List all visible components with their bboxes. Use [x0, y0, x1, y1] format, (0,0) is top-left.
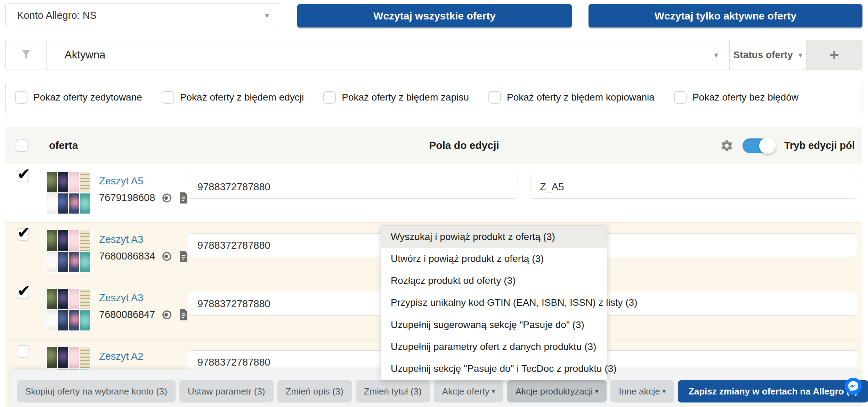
offer-title-link[interactable]: Zeszyt A3 [99, 234, 143, 245]
productization-actions-dropdown-button[interactable]: Akcje produktyzacji ▾ [507, 380, 607, 402]
menu-item-assign-gtin[interactable]: Przypisz unikalny kod GTIN (EAN, ISBN, I… [381, 292, 607, 314]
filter-show-edited[interactable]: Pokaż oferty zedytowane [15, 91, 142, 104]
document-icon[interactable] [179, 192, 188, 204]
eye-icon[interactable] [162, 310, 172, 320]
thumbnail-tile [80, 193, 90, 214]
thumbnail-tile [80, 347, 90, 368]
set-parameter-button[interactable]: Ustaw parametr (3) [179, 380, 274, 402]
other-actions-dropdown-button[interactable]: Inne akcje ▾ [610, 380, 674, 402]
thumbnail-tile [80, 172, 90, 192]
thumbnail-tile [58, 230, 68, 251]
field-edit-mode-label: Tryb edycji pól [784, 140, 855, 151]
filter-show-copy-errors[interactable]: Pokaż oferty z błędem kopiowania [488, 91, 655, 104]
filter-show-edit-errors[interactable]: Pokaż oferty z błędem edycji [162, 91, 304, 104]
menu-item-fill-parameters[interactable]: Uzupełnij parametry ofert z danych produ… [381, 336, 607, 358]
row-checkbox-checked[interactable]: ✔ [17, 228, 29, 241]
checkbox-label: Pokaż oferty z błędem zapisu [342, 92, 469, 103]
thumbnail-tile [69, 193, 79, 214]
thumbnail-tile [69, 230, 79, 251]
load-all-offers-button[interactable]: Wczytaj wszystkie oferty [297, 4, 572, 27]
offer-title-link[interactable]: Zeszyt A2 [99, 351, 143, 362]
funnel-icon [20, 49, 32, 61]
allegro-account-select[interactable]: Konto Allegro: NS ▾ [5, 3, 279, 27]
checkbox-label: Pokaż oferty zedytowane [33, 92, 142, 103]
table-row: ✔ Zeszyt A5 7679198608 [5, 164, 862, 223]
field-edit-mode-toggle[interactable] [743, 138, 775, 153]
messenger-icon [845, 378, 862, 395]
menu-item-fill-suggested-section[interactable]: Uzupełnij sugerowaną sekcję "Pasuje do" … [381, 314, 607, 336]
checkbox-label: Pokaż oferty z błędem kopiowania [507, 92, 655, 103]
offer-meta: 7679198608 [99, 192, 188, 204]
productization-actions-menu: Wyszukaj i powiąż produkt z ofertą (3) U… [381, 225, 607, 380]
eye-icon[interactable] [162, 193, 172, 203]
thumbnail-tile [58, 193, 68, 214]
save-changes-button[interactable]: Zapisz zmiany w ofertach na Allegro (3) [678, 380, 868, 402]
chevron-down-icon: ▾ [663, 388, 666, 394]
thumbnail-tile [69, 252, 79, 272]
thumbnail-tile [58, 310, 68, 331]
visibility-filters-bar: Pokaż oferty zedytowane Pokaż oferty z b… [5, 82, 862, 113]
checkbox-unchecked[interactable] [15, 91, 27, 104]
toolbar-buttons: Skopiuj oferty na wybrane konto (3) Usta… [17, 380, 868, 402]
menu-item-create-link-product[interactable]: Utwórz i powiąż produkt z ofertą (3) [381, 248, 607, 270]
checkbox-unchecked[interactable] [488, 91, 501, 104]
offer-title-link[interactable]: Zeszyt A3 [99, 292, 143, 304]
chevron-down-icon: ▾ [492, 388, 495, 394]
offer-meta: 7680086847 [99, 309, 188, 320]
thumbnail-tile [80, 230, 90, 251]
status-filter-value-select[interactable]: Aktywna ▾ [47, 40, 729, 70]
offer-column-header: oferta [49, 139, 78, 151]
chevron-down-icon: ▾ [595, 388, 598, 394]
checkbox-unchecked[interactable] [162, 91, 174, 104]
product-thumbnail[interactable] [46, 230, 91, 273]
thumbnail-tile [80, 252, 90, 272]
other-actions-label: Inne akcje [619, 386, 660, 397]
checkbox-unchecked[interactable] [323, 91, 336, 104]
thumbnail-tile [69, 310, 79, 331]
product-thumbnail[interactable] [46, 288, 91, 331]
gtin-input[interactable] [188, 175, 518, 199]
thumbnail-tile [47, 230, 57, 251]
code-input[interactable] [530, 175, 857, 199]
checkbox-label: Pokaż oferty z błędem edycji [180, 92, 304, 103]
document-icon[interactable] [179, 251, 188, 262]
filter-field-select[interactable]: Status oferty ▾ [729, 40, 806, 70]
change-title-button[interactable]: Zmień tytuł (3) [356, 380, 430, 402]
eye-icon[interactable] [162, 251, 172, 262]
thumbnail-tile [47, 172, 57, 192]
filter-show-save-errors[interactable]: Pokaż oferty z błędem zapisu [323, 91, 469, 104]
row-checkbox-checked[interactable]: ✔ [17, 170, 29, 182]
change-description-button[interactable]: Zmień opis (3) [277, 380, 352, 402]
thumbnail-tile [69, 347, 79, 368]
menu-item-search-link-product[interactable]: Wyszukaj i powiąż produkt z ofertą (3) [381, 226, 607, 248]
messenger-chat-button[interactable] [845, 378, 862, 395]
offer-title-link[interactable]: Zeszyt A5 [99, 175, 143, 187]
toggle-knob [759, 137, 776, 154]
copy-offers-button[interactable]: Skopiuj oferty na wybrane konto (3) [17, 380, 176, 402]
menu-item-fill-tecdoc[interactable]: Uzupełnij sekcję "Pasuje do" i TecDoc z … [381, 358, 607, 380]
checkbox-unchecked[interactable] [674, 91, 687, 104]
offer-id: 7680086834 [99, 250, 155, 262]
product-thumbnail[interactable] [46, 171, 91, 214]
offer-actions-dropdown-button[interactable]: Akcje oferty ▾ [434, 380, 503, 402]
thumbnail-tile [80, 310, 90, 331]
document-icon[interactable] [179, 309, 188, 320]
thumbnail-tile [58, 252, 68, 272]
thumbnail-tile [58, 289, 68, 309]
add-filter-button[interactable]: + [806, 40, 862, 70]
gear-icon[interactable] [720, 139, 733, 152]
filter-show-no-errors[interactable]: Pokaż oferty bez błędów [674, 91, 798, 104]
load-active-offers-button[interactable]: Wczytaj tylko aktywne oferty [589, 4, 862, 27]
offer-id: 7679198608 [99, 192, 155, 204]
offers-manager-screen: Konto Allegro: NS ▾ Wczytaj wszystkie of… [0, 0, 868, 407]
checkbox-label: Pokaż oferty bez błędów [692, 92, 798, 103]
select-all-checkbox[interactable] [16, 139, 28, 152]
thumbnail-tile [47, 310, 57, 331]
row-checkbox-checked[interactable]: ✔ [17, 287, 29, 299]
checkmark-icon: ✔ [17, 224, 31, 240]
row-checkbox-unchecked[interactable] [17, 345, 29, 358]
table-header: oferta Pola do edycji Tryb edycji pól [5, 127, 862, 164]
thumbnail-tile [47, 193, 57, 214]
menu-item-unlink-product[interactable]: Rozłącz produkt od oferty (3) [381, 270, 607, 292]
thumbnail-tile [69, 172, 79, 192]
